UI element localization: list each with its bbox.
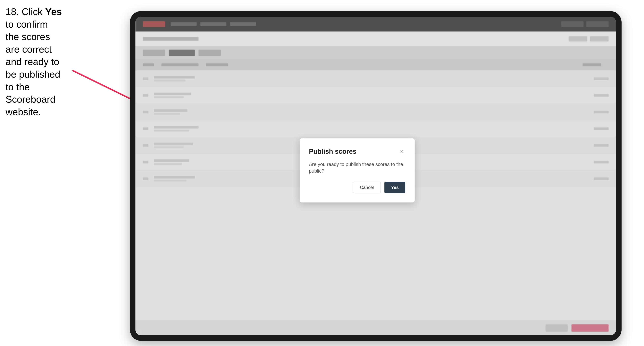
dialog-close-button[interactable]: × xyxy=(398,148,406,155)
tablet-screen: Publish scores × Are you ready to publis… xyxy=(136,17,616,335)
instruction-text: 18. Click Yes to confirm the scores are … xyxy=(6,5,63,118)
modal-overlay: Publish scores × Are you ready to publis… xyxy=(136,17,616,335)
yes-button[interactable]: Yes xyxy=(384,182,406,193)
bold-yes: Yes xyxy=(45,6,62,17)
publish-scores-dialog: Publish scores × Are you ready to publis… xyxy=(300,138,415,203)
dialog-title: Publish scores xyxy=(309,148,356,156)
dialog-header: Publish scores × xyxy=(309,148,406,156)
dialog-footer: Cancel Yes xyxy=(309,182,406,193)
tablet: Publish scores × Are you ready to publis… xyxy=(130,11,622,341)
step-number: 18. xyxy=(6,6,19,17)
dialog-body-text: Are you ready to publish these scores to… xyxy=(309,161,406,174)
cancel-button[interactable]: Cancel xyxy=(353,182,381,193)
